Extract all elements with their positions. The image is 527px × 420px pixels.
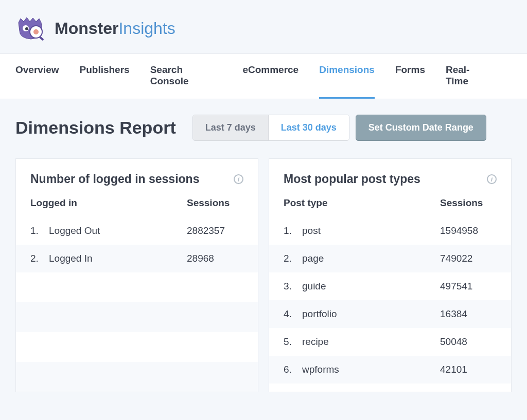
row-label: recipe: [302, 336, 440, 348]
col-label: Logged in: [30, 197, 187, 209]
table-row: 1. post 1594958: [269, 217, 511, 245]
row-ord: 4.: [284, 308, 302, 320]
svg-rect-2: [39, 36, 44, 41]
card-post-types: Most popular post types i Post type Sess…: [269, 158, 512, 392]
nav-forms[interactable]: Forms: [395, 54, 425, 99]
row-ord: 2.: [30, 253, 49, 264]
row-label: guide: [302, 281, 440, 292]
row-ord: 3.: [284, 281, 302, 292]
row-label: Logged In: [49, 253, 187, 264]
col-value: Sessions: [187, 197, 243, 209]
table-row: 3. guide 497541: [269, 272, 511, 300]
row-label: post: [302, 225, 440, 236]
row-ord: 1.: [284, 225, 302, 236]
row-value: 497541: [440, 281, 497, 292]
cards: Number of logged in sessions i Logged in…: [15, 158, 512, 392]
title-row: Dimensions Report Last 7 days Last 30 da…: [15, 115, 512, 141]
nav-search-console[interactable]: Search Console: [150, 54, 222, 99]
row-label: page: [302, 253, 440, 264]
col-label: Post type: [284, 197, 440, 209]
table-row: 5. recipe 50048: [269, 328, 511, 356]
table-row-empty: [16, 332, 258, 362]
row-value: 50048: [440, 336, 497, 348]
table-row: 6. wpforms 42101: [269, 356, 511, 384]
nav-overview[interactable]: Overview: [15, 54, 59, 99]
nav-real-time[interactable]: Real-Time: [446, 54, 491, 99]
table-row: 1. Logged Out 2882357: [16, 217, 258, 245]
custom-date-range-button[interactable]: Set Custom Date Range: [356, 115, 486, 141]
card-title: Most popular post types: [284, 172, 420, 186]
row-label: wpforms: [302, 364, 440, 375]
table-row-empty: [16, 272, 258, 302]
nav-dimensions[interactable]: Dimensions: [319, 54, 375, 99]
table-row-empty: [16, 362, 258, 392]
logo[interactable]: MonsterInsights: [15, 15, 175, 41]
svg-point-1: [33, 29, 39, 34]
card-title: Number of logged in sessions: [30, 172, 199, 186]
svg-point-4: [25, 27, 28, 30]
table-header: Logged in Sessions: [16, 197, 258, 217]
nav-publishers[interactable]: Publishers: [80, 54, 130, 99]
range-30-days-button[interactable]: Last 30 days: [269, 115, 349, 140]
col-value: Sessions: [440, 197, 497, 209]
row-value: 749022: [440, 253, 497, 264]
row-label: portfolio: [302, 308, 440, 320]
content: Dimensions Report Last 7 days Last 30 da…: [0, 99, 527, 408]
table-row-empty: [16, 302, 258, 332]
table-row: 2. Logged In 28968: [16, 245, 258, 272]
nav-ecommerce[interactable]: eCommerce: [242, 54, 298, 99]
info-icon[interactable]: i: [234, 174, 243, 184]
row-ord: 1.: [30, 225, 49, 236]
row-ord: 5.: [284, 336, 302, 348]
info-icon[interactable]: i: [487, 174, 497, 184]
table-header: Post type Sessions: [269, 197, 511, 217]
table-body: 1. Logged Out 2882357 2. Logged In 28968: [16, 217, 258, 392]
row-label: Logged Out: [49, 225, 187, 236]
row-value: 16384: [440, 308, 497, 320]
page-title: Dimensions Report: [15, 118, 176, 138]
row-value: 42101: [440, 364, 497, 375]
row-ord: 2.: [284, 253, 302, 264]
date-range-group: Last 7 days Last 30 days: [192, 115, 349, 141]
card-logged-in-sessions: Number of logged in sessions i Logged in…: [15, 158, 258, 392]
table-row: 4. portfolio 16384: [269, 300, 511, 328]
row-value: 2882357: [187, 225, 243, 236]
header: MonsterInsights: [0, 0, 527, 53]
table-body: 1. post 1594958 2. page 749022 3. guide …: [269, 217, 511, 384]
row-value: 1594958: [440, 225, 497, 236]
table-row: 2. page 749022: [269, 245, 511, 272]
logo-text: MonsterInsights: [55, 19, 175, 38]
row-ord: 6.: [284, 364, 302, 375]
range-7-days-button[interactable]: Last 7 days: [193, 115, 269, 140]
row-value: 28968: [187, 253, 243, 264]
logo-icon: [15, 15, 47, 41]
nav-tabs: Overview Publishers Search Console eComm…: [0, 53, 527, 99]
